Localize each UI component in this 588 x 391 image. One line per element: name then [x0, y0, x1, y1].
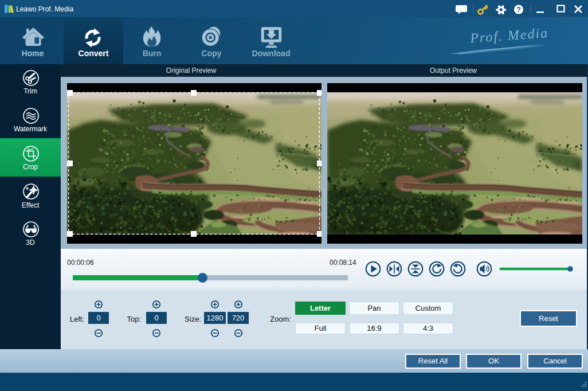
svg-text:?: ? [516, 6, 520, 14]
